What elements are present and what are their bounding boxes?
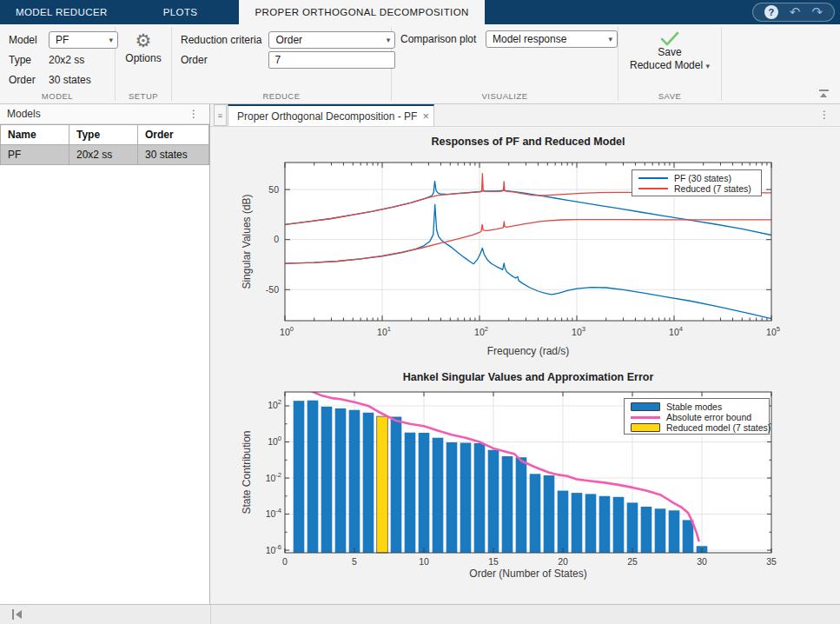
svg-text:103: 103	[572, 325, 585, 337]
quick-access-toolbar: ? ↶ ↷	[752, 3, 835, 22]
figure-area: 100101102103104105500-50Responses of PF …	[210, 127, 840, 604]
svg-text:101: 101	[377, 325, 391, 337]
redo-icon[interactable]: ↷	[811, 5, 823, 19]
comparison-plot-value: Model response	[493, 33, 605, 45]
svg-text:-50: -50	[266, 284, 279, 295]
svg-text:0: 0	[282, 556, 288, 567]
model-reducer-app: MODEL REDUCER PLOTS PROPER ORTHOGONAL DE…	[0, 0, 840, 624]
legend-line-swatch	[638, 188, 668, 189]
svg-text:15: 15	[488, 556, 499, 567]
group-caption-model: MODEL	[0, 91, 115, 101]
svg-text:102: 102	[268, 398, 281, 410]
order-label: Order	[9, 74, 43, 86]
singular-values-chart: 100101102103104105500-50Responses of PF …	[210, 127, 831, 366]
comparison-plot-label: Comparison plot	[400, 33, 479, 45]
svg-text:State Contribution: State Contribution	[241, 430, 253, 514]
legend-label: Absolute error bound	[666, 412, 751, 422]
panel-edge-divider	[210, 605, 211, 624]
group-caption-visualize: VISUALIZE	[392, 91, 618, 101]
ribbon-group-save: Save Reduced Model ▾ SAVE	[618, 24, 721, 103]
svg-text:100: 100	[280, 325, 294, 337]
column-header-name[interactable]: Name	[1, 125, 69, 145]
svg-text:Hankel Singular Values and App: Hankel Singular Values and Approximation…	[403, 371, 654, 383]
ribbon-tail	[722, 24, 840, 103]
document-tab[interactable]: Proper Orthogonal Decomposition - PF ×	[228, 104, 434, 126]
undo-icon[interactable]: ↶	[790, 5, 801, 19]
ribbon-group-setup: ⚙ Options SETUP	[116, 24, 171, 103]
svg-text:105: 105	[766, 325, 780, 337]
legend-label: Reduced (7 states)	[674, 183, 751, 194]
svg-text:Order (Number of States): Order (Number of States)	[469, 568, 586, 580]
chevron-down-icon: ▾	[705, 62, 710, 70]
svg-text:25: 25	[627, 556, 638, 567]
kebab-menu-icon[interactable]: ⋮	[185, 108, 202, 120]
document-tab-label: Proper Orthogonal Decomposition - PF	[237, 110, 417, 123]
column-header-order[interactable]: Order	[138, 125, 209, 145]
help-icon[interactable]: ?	[764, 5, 778, 19]
legend-entry: Absolute error bound	[631, 412, 763, 422]
svg-text:Responses of PF and Reduced Mo: Responses of PF and Reduced Model	[432, 136, 625, 148]
status-bar	[0, 604, 840, 624]
legend-entry: Reduced model (7 states)	[631, 422, 763, 433]
legend-entry: Stable modes	[631, 402, 763, 412]
svg-text:10-4: 10-4	[266, 507, 281, 519]
column-header-type[interactable]: Type	[69, 125, 138, 145]
reduction-criteria-dropdown[interactable]: Order ▾	[268, 31, 395, 49]
model-dropdown[interactable]: PF ▾	[49, 31, 118, 49]
options-button[interactable]: Options	[125, 52, 161, 64]
tab-proper-orthogonal-decomposition[interactable]: PROPER ORTHOGONAL DECOMPOSITION	[239, 0, 484, 24]
reduce-order-label: Order	[181, 54, 261, 66]
docbar-menu-icon[interactable]: ⋮	[816, 109, 833, 121]
tab-plots[interactable]: PLOTS	[148, 0, 214, 24]
chevron-down-icon: ▾	[608, 35, 612, 43]
legend-label: PF (30 states)	[674, 173, 731, 183]
svg-text:Frequency (rad/s): Frequency (rad/s)	[487, 345, 570, 357]
document-area: ≡ Proper Orthogonal Decomposition - PF ×…	[210, 104, 840, 604]
toolstrip-tab-bar: MODEL REDUCER PLOTS PROPER ORTHOGONAL DE…	[0, 0, 840, 24]
svg-text:10-6: 10-6	[266, 543, 281, 555]
models-panel: Models ⋮ Name Type Order PF 20x2 ss 30 s…	[0, 104, 210, 604]
svg-text:Singular Values (dB): Singular Values (dB)	[241, 194, 253, 289]
ribbon-group-model: Model PF ▾ Type 20x2 ss Order 30 states …	[0, 24, 115, 103]
chevron-down-icon: ▾	[387, 36, 391, 44]
svg-text:10: 10	[419, 556, 429, 567]
group-caption-setup: SETUP	[116, 91, 171, 101]
comparison-plot-dropdown[interactable]: Model response ▾	[486, 30, 618, 48]
type-label: Type	[9, 54, 43, 66]
reduction-criteria-value: Order	[275, 34, 382, 46]
svg-text:30: 30	[697, 556, 707, 567]
model-order-cell: 30 states	[138, 145, 209, 165]
svg-text:0: 0	[274, 234, 279, 244]
document-tab-bar: ≡ Proper Orthogonal Decomposition - PF ×…	[210, 104, 840, 127]
models-panel-header: Models ⋮	[0, 104, 209, 124]
docbar-grip-icon[interactable]: ≡	[214, 104, 227, 126]
legend-line-swatch	[631, 416, 660, 419]
model-name-cell: PF	[1, 145, 69, 165]
legend-entry: PF (30 states)	[638, 173, 755, 183]
svg-text:50: 50	[268, 184, 279, 195]
svg-text:102: 102	[474, 325, 488, 337]
svg-text:35: 35	[766, 556, 777, 567]
legend-line-swatch	[638, 177, 668, 179]
svg-text:10-2: 10-2	[266, 471, 281, 483]
svg-text:20: 20	[558, 556, 568, 567]
tab-model-reducer[interactable]: MODEL REDUCER	[0, 0, 123, 24]
legend-bar-swatch	[631, 423, 660, 432]
legend-bar-swatch	[631, 402, 660, 411]
table-row[interactable]: PF 20x2 ss 30 states	[1, 145, 209, 165]
gear-icon[interactable]: ⚙	[136, 31, 152, 50]
collapse-left-panel-icon[interactable]	[12, 609, 24, 620]
legend-entry: Reduced (7 states)	[638, 183, 755, 194]
order-input[interactable]	[268, 51, 395, 69]
chevron-down-icon: ▾	[109, 36, 113, 44]
models-panel-title: Models	[7, 108, 185, 120]
hankel-legend: Stable modes Absolute error bound Reduce…	[624, 398, 770, 435]
response-legend: PF (30 states) Reduced (7 states)	[632, 169, 762, 196]
svg-text:104: 104	[669, 325, 683, 337]
model-label: Model	[9, 34, 43, 46]
reduction-criteria-label: Reduction criteria	[181, 34, 261, 46]
save-reduced-model-button[interactable]: Save Reduced Model ▾	[630, 46, 710, 73]
type-value: 20x2 ss	[49, 54, 118, 66]
collapse-ribbon-icon[interactable]	[818, 90, 830, 98]
close-icon[interactable]: ×	[422, 110, 429, 123]
